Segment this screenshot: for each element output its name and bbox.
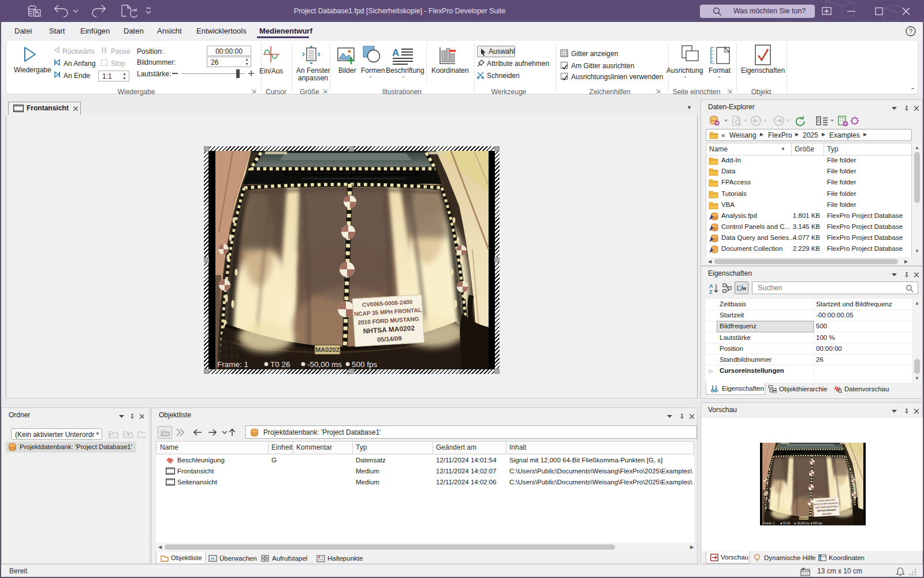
svg-text:A: A <box>709 283 713 289</box>
svg-text:Z: Z <box>709 289 713 294</box>
svg-text:?: ? <box>909 28 912 35</box>
svg-text:A: A <box>392 47 399 58</box>
